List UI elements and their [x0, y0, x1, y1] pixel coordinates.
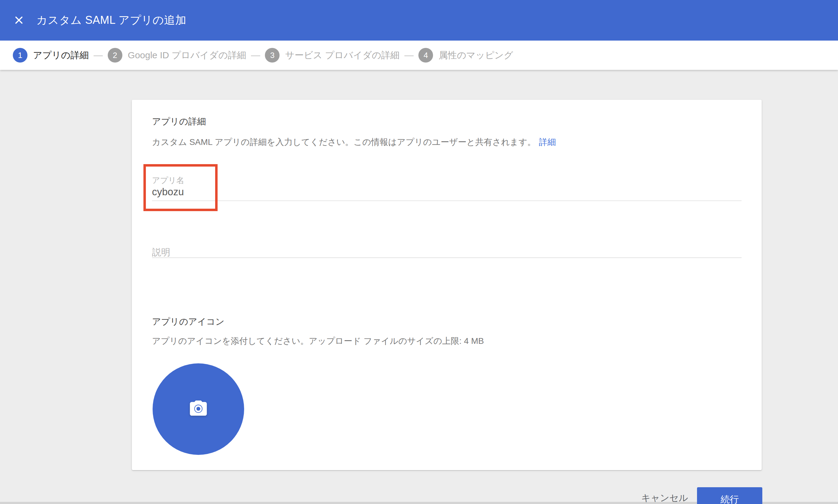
section-description: カスタム SAML アプリの詳細を入力してください。この情報はアプリのユーザーと…: [152, 137, 556, 148]
dialog-title: カスタム SAML アプリの追加: [36, 0, 186, 40]
section-title: アプリの詳細: [152, 115, 206, 128]
step-label: 属性のマッピング: [439, 49, 513, 61]
section-description-text: カスタム SAML アプリの詳細を入力してください。この情報はアプリのユーザーと…: [152, 137, 536, 147]
app-name-input[interactable]: [152, 186, 305, 198]
app-name-underline: [152, 200, 742, 201]
cancel-button[interactable]: キャンセル: [640, 492, 689, 504]
continue-button[interactable]: 続行: [697, 487, 762, 504]
dialog-header: カスタム SAML アプリの追加: [0, 0, 838, 40]
step-service-provider-details[interactable]: 3 サービス プロバイダの詳細: [265, 48, 399, 62]
app-icon-section-description: アプリのアイコンを添付してください。アップロード ファイルのサイズの上限: 4 …: [152, 335, 484, 347]
learn-more-link[interactable]: 詳細: [539, 137, 556, 147]
step-separator: —: [94, 50, 103, 60]
step-label: Google ID プロバイダの詳細: [128, 49, 246, 61]
app-icon-section-title: アプリのアイコン: [152, 316, 224, 328]
step-attribute-mapping[interactable]: 4 属性のマッピング: [418, 48, 513, 62]
step-number-badge: 4: [418, 48, 433, 62]
step-separator: —: [251, 50, 260, 60]
step-google-idp-details[interactable]: 2 Google ID プロバイダの詳細: [108, 48, 246, 62]
step-app-details[interactable]: 1 アプリの詳細: [13, 48, 89, 62]
step-separator: —: [404, 50, 413, 60]
step-number-badge: 2: [108, 48, 122, 62]
wizard-stepper: 1 アプリの詳細 — 2 Google ID プロバイダの詳細 — 3 サービス…: [0, 40, 838, 70]
description-underline: [152, 257, 742, 258]
camera-icon: [187, 399, 210, 419]
step-label: アプリの詳細: [33, 49, 89, 61]
close-icon[interactable]: [12, 14, 25, 27]
step-label: サービス プロバイダの詳細: [285, 49, 399, 61]
app-name-label: アプリ名: [152, 175, 184, 186]
description-field-placeholder[interactable]: 説明: [152, 246, 170, 259]
step-number-badge: 3: [265, 48, 280, 62]
app-icon-upload-button[interactable]: [153, 363, 244, 455]
app-details-card: アプリの詳細 カスタム SAML アプリの詳細を入力してください。この情報はアプ…: [132, 100, 762, 470]
step-number-badge: 1: [13, 48, 28, 62]
